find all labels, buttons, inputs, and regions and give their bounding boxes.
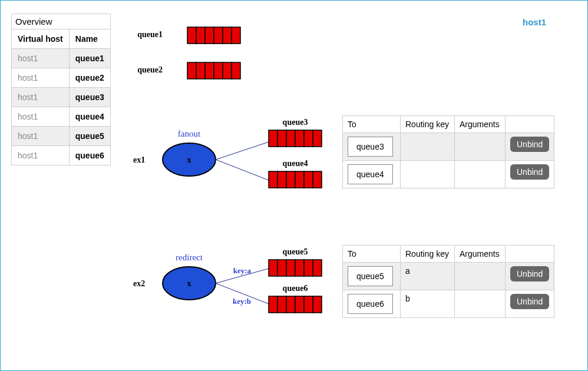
svg-rect-14 (286, 130, 295, 147)
table-row: host1 queue3 (12, 88, 111, 107)
svg-rect-33 (295, 296, 304, 313)
svg-rect-27 (295, 260, 304, 276)
binding-routing-key: b (401, 290, 455, 318)
queue-icon (269, 130, 322, 147)
binding-queue-link[interactable]: queue3 (348, 137, 393, 157)
binding-queue-link[interactable]: queue6 (348, 294, 393, 314)
binding-queue-link[interactable]: queue5 (348, 266, 393, 286)
unbind-button[interactable]: Unbind (510, 164, 549, 180)
table-row: host1 queue1 (12, 49, 111, 68)
queue-label: queue1 (137, 30, 163, 39)
queue-icon (187, 62, 240, 79)
svg-rect-11 (232, 62, 240, 79)
table-row: queue4 Unbind (343, 161, 554, 188)
svg-rect-13 (278, 130, 286, 147)
binding-routing-key (401, 133, 455, 161)
bindings-col-routingkey: Routing key (401, 246, 455, 263)
overview-cell-name[interactable]: queue1 (69, 49, 110, 68)
svg-rect-25 (278, 260, 286, 276)
overview-title: Overview (12, 14, 111, 29)
svg-rect-30 (269, 296, 278, 313)
bindings-col-to: To (343, 116, 401, 133)
svg-rect-7 (196, 62, 205, 79)
table-row: host1 queue6 (12, 146, 111, 165)
table-row: host1 queue4 (12, 107, 111, 127)
queue-icon (269, 260, 322, 276)
binding-line (216, 142, 269, 160)
table-row: queue5 a Unbind (343, 263, 554, 290)
exchange-type-label: fanout (178, 129, 201, 138)
unbind-button[interactable]: Unbind (510, 294, 549, 309)
overview-cell-vhost: host1 (12, 127, 70, 146)
svg-rect-12 (269, 130, 278, 147)
overview-cell-vhost: host1 (12, 107, 70, 127)
svg-rect-19 (278, 171, 286, 188)
bindings-col-action (506, 246, 554, 263)
exchange-label: ex1 (133, 155, 145, 164)
bindings-col-routingkey: Routing key (401, 116, 455, 133)
bindings-table-ex1: To Routing key Arguments queue3 Unbind q… (342, 115, 554, 188)
binding-arguments (455, 290, 506, 318)
binding-arguments (455, 263, 506, 290)
overview-cell-vhost: host1 (12, 68, 70, 88)
host-label: host1 (523, 17, 546, 27)
bindings-table-ex2: To Routing key Arguments queue5 a Unbind… (342, 245, 554, 318)
bindings-col-action (506, 116, 554, 133)
binding-arguments (455, 161, 506, 188)
page-frame: host1 Overview Virtual host Name host1 q… (0, 0, 588, 371)
overview-cell-vhost: host1 (12, 146, 70, 165)
svg-rect-26 (286, 260, 295, 276)
unbind-button[interactable]: Unbind (510, 266, 549, 281)
svg-rect-8 (205, 62, 214, 79)
overview-cell-name[interactable]: queue3 (69, 88, 110, 107)
table-row: host1 queue2 (12, 68, 111, 88)
overview-cell-name[interactable]: queue6 (69, 146, 110, 165)
svg-rect-0 (187, 27, 196, 44)
ex1-diagram: ex1 x fanout queue3 queue4 (133, 115, 333, 198)
standalone-queues-diagram: queue1 queue2 (133, 24, 263, 95)
bindings-col-to: To (343, 246, 401, 263)
svg-rect-24 (269, 260, 278, 276)
svg-rect-15 (295, 130, 304, 147)
queue-icon (269, 171, 322, 188)
svg-rect-23 (313, 171, 322, 188)
overview-cell-name[interactable]: queue2 (69, 68, 110, 88)
table-row: host1 queue5 (12, 127, 111, 146)
queue-icon (269, 296, 322, 313)
binding-routing-key (401, 161, 455, 188)
queue-label: queue6 (283, 284, 308, 293)
binding-queue-link[interactable]: queue4 (348, 164, 393, 184)
svg-rect-29 (313, 260, 322, 276)
table-row: queue6 b Unbind (343, 290, 554, 318)
queue-icon (187, 27, 240, 44)
svg-rect-16 (304, 130, 313, 147)
svg-rect-10 (223, 62, 232, 79)
overview-cell-name[interactable]: queue4 (69, 107, 110, 127)
binding-arguments (455, 133, 506, 161)
binding-line (216, 160, 269, 180)
svg-rect-17 (313, 130, 322, 147)
queue-label: queue4 (283, 159, 308, 168)
overview-cell-vhost: host1 (12, 88, 70, 107)
svg-rect-9 (214, 62, 223, 79)
ex2-diagram: ex2 x redirect key:a key:b queue5 queue6 (133, 245, 333, 327)
bindings-col-arguments: Arguments (455, 246, 506, 263)
exchange-label: ex2 (133, 279, 145, 288)
queue-label: queue3 (283, 118, 308, 127)
svg-rect-2 (205, 27, 214, 44)
svg-rect-18 (269, 171, 278, 188)
svg-rect-3 (214, 27, 223, 44)
routing-key-label: key:a (233, 266, 252, 275)
svg-rect-1 (196, 27, 205, 44)
exchange-x-char: x (187, 155, 191, 164)
overview-cell-name[interactable]: queue5 (69, 127, 110, 146)
overview-col-vhost: Virtual host (12, 29, 70, 49)
queue-label: queue2 (137, 65, 163, 74)
svg-rect-31 (278, 296, 286, 313)
routing-key-label: key:b (233, 297, 251, 306)
unbind-button[interactable]: Unbind (510, 137, 549, 152)
svg-rect-21 (295, 171, 304, 188)
overview-cell-vhost: host1 (12, 49, 70, 68)
svg-rect-28 (304, 260, 313, 276)
svg-rect-34 (304, 296, 313, 313)
